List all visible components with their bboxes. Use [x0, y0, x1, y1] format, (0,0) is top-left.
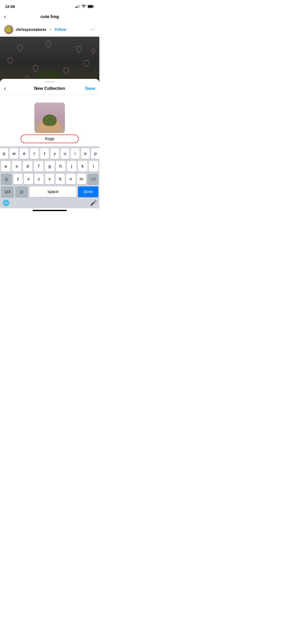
mic-icon[interactable]: 🎤: [90, 200, 97, 206]
page-title: cute frog: [40, 14, 59, 19]
key-a[interactable]: a: [1, 161, 10, 172]
key-r[interactable]: r: [30, 148, 39, 159]
backspace-key[interactable]: [87, 174, 98, 184]
key-p[interactable]: p: [91, 148, 99, 159]
sheet-header: ‹ New Collection Save: [0, 82, 99, 95]
key-j[interactable]: j: [67, 161, 76, 172]
back-arrow[interactable]: ‹: [4, 13, 6, 20]
key-s[interactable]: s: [12, 161, 21, 172]
more-options-button[interactable]: ···: [90, 27, 95, 32]
key-l[interactable]: l: [89, 161, 98, 172]
signal-icon: [75, 5, 80, 8]
avatar[interactable]: 🐸: [4, 25, 13, 34]
key-k[interactable]: k: [78, 161, 87, 172]
keyboard: q w e r t y u i o p a s d f g h j k: [0, 146, 99, 208]
key-e[interactable]: e: [20, 148, 29, 159]
key-c[interactable]: c: [35, 174, 44, 184]
globe-icon[interactable]: 🌐: [3, 200, 9, 206]
status-time: 12:09: [5, 4, 15, 9]
key-w[interactable]: w: [10, 148, 18, 159]
key-z[interactable]: z: [13, 174, 23, 184]
svg-point-8: [42, 74, 48, 79]
key-o[interactable]: o: [81, 148, 90, 159]
key-t[interactable]: t: [40, 148, 49, 159]
follow-button[interactable]: Follow: [55, 27, 66, 32]
key-n[interactable]: n: [66, 174, 75, 184]
keyboard-row-2: a s d f g h j k l: [1, 161, 98, 172]
svg-rect-6: [88, 5, 93, 7]
svg-rect-2: [78, 5, 78, 8]
keyboard-row-1: q w e r t y u i o p: [1, 148, 98, 159]
key-h[interactable]: h: [56, 161, 65, 172]
collection-name-wrapper: [24, 137, 75, 141]
keyboard-rows: q w e r t y u i o p a s d f g h j k: [0, 146, 99, 198]
key-b[interactable]: b: [56, 174, 65, 184]
sheet-content: [0, 95, 99, 146]
svg-point-9: [51, 74, 57, 79]
key-q[interactable]: q: [0, 148, 8, 159]
space-key[interactable]: space: [30, 186, 76, 197]
status-icons: [75, 5, 94, 8]
keyboard-row-3: z x c v b n m: [1, 174, 98, 184]
home-indicator: [33, 210, 67, 211]
shift-icon: [4, 177, 9, 181]
keyboard-row-4: 123 ☺ space done: [1, 186, 98, 197]
svg-point-4: [84, 7, 84, 8]
avatar-image: 🐸: [4, 25, 13, 34]
key-f[interactable]: f: [34, 161, 43, 172]
key-y[interactable]: y: [50, 148, 59, 159]
keyboard-bottom: 🌐 🎤: [0, 198, 99, 208]
follow-dot: •: [50, 27, 51, 32]
account-name[interactable]: chrissyscreatures: [16, 27, 46, 32]
status-bar: 12:09: [0, 0, 99, 11]
battery-icon: [88, 5, 94, 8]
sheet-back-button[interactable]: ‹: [4, 85, 6, 92]
key-d[interactable]: d: [23, 161, 32, 172]
wifi-icon: [82, 5, 86, 8]
emoji-key[interactable]: ☺: [15, 186, 28, 197]
done-key[interactable]: done: [78, 186, 98, 197]
svg-rect-3: [79, 5, 80, 8]
top-nav: ‹ cute frog: [0, 11, 99, 22]
svg-rect-0: [75, 7, 76, 8]
collection-name-input[interactable]: [24, 137, 75, 141]
key-x[interactable]: x: [24, 174, 33, 184]
key-i[interactable]: i: [71, 148, 79, 159]
key-u[interactable]: u: [61, 148, 69, 159]
numbers-key[interactable]: 123: [1, 186, 14, 197]
key-g[interactable]: g: [45, 161, 54, 172]
account-row: 🐸 chrissyscreatures • Follow ···: [0, 22, 99, 37]
sheet-title: New Collection: [34, 86, 65, 91]
key-v[interactable]: v: [45, 174, 54, 184]
svg-rect-1: [77, 6, 77, 8]
sheet-save-button[interactable]: Save: [85, 86, 95, 91]
key-m[interactable]: m: [77, 174, 86, 184]
shift-key[interactable]: [1, 174, 12, 184]
backspace-icon: [90, 177, 96, 181]
collection-thumbnail: [34, 103, 65, 133]
thumb-frog-body: [43, 114, 57, 126]
bottom-sheet: ‹ New Collection Save: [0, 79, 99, 215]
